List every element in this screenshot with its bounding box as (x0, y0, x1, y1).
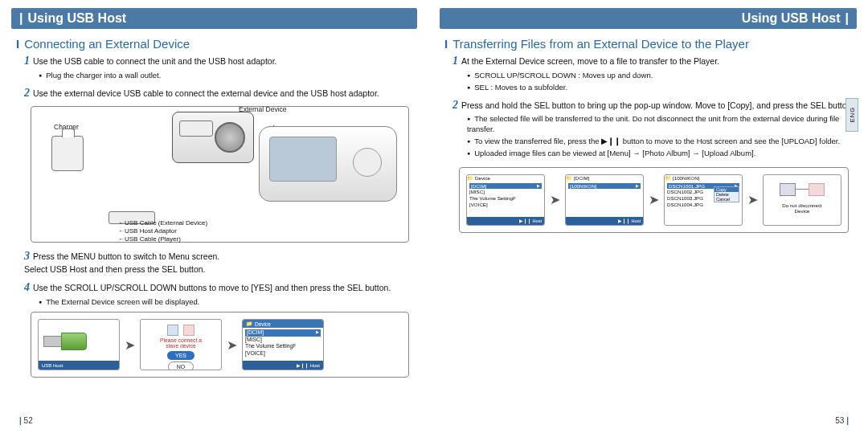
screen-a: 📁Device [DCIM] [MISC] The Volume Setting… (466, 174, 545, 226)
confirm-line2: slave device (141, 343, 221, 349)
screen-menu: USB Host (38, 319, 120, 370)
screen-c: 📁[100NIKON] DSCN1001.JPG DSCN1002.JPG DS… (664, 174, 743, 226)
list-item: [DCIM] (247, 329, 264, 336)
popup-menu: Copy Delete Cancel (714, 186, 739, 202)
legend-cable-ext: USB Cable (External Device) (118, 219, 207, 227)
player-icon (259, 126, 397, 202)
screen-confirm: Please connect a slave device YES NO (140, 319, 222, 370)
bullet: Plug the charger into a wall outlet. (39, 71, 417, 81)
no-pill: NO (168, 362, 194, 370)
list-item: The Volume SettingF (469, 195, 542, 202)
list-item: [MISC] (245, 337, 321, 343)
page-left: |Using USB Host IConnecting an External … (11, 8, 417, 427)
warning-line1: Do not disconnect (764, 202, 841, 208)
menu-item-cancel: Cancel (714, 197, 739, 202)
language-tab-text: ENG (849, 107, 856, 122)
list-item: DSCN1001.JPG (669, 183, 705, 190)
connection-diagram: External Device Charger Player USB Cable… (31, 106, 409, 243)
confirm-line1: Please connect a (141, 337, 221, 343)
screen-d: Do not disconnect Device (763, 174, 841, 226)
bullet: SEL : Moves to a subfolder. (467, 83, 857, 93)
steps-right: 1At the External Device screen, move to … (452, 54, 857, 159)
step-4: 4Use the SCROLL UP/SCROLL DOWN buttons t… (24, 280, 417, 308)
bullet: To view the transferred file, press the … (467, 137, 857, 147)
device-mini-icon (167, 325, 178, 336)
screens-row-left: USB Host ➤ Please connect a slave device… (31, 312, 409, 378)
screen-title: Device (475, 175, 490, 181)
header-bar-left: |Using USB Host (11, 8, 417, 29)
list-item: [VOICE] (469, 202, 542, 208)
section-title-left: IConnecting an External Device (16, 37, 417, 51)
list-item: [DCIM] (471, 183, 486, 190)
arrow-icon: ➤ (649, 192, 659, 207)
device-mini-icon (183, 325, 194, 336)
screen-b: 📁[DCIM] [100NIKON] ▶❙❙ Host (565, 174, 644, 226)
list-item: [VOICE] (245, 350, 321, 357)
list-item: [MISC] (469, 189, 542, 195)
legend-cable-player: USB Cable (Player) (118, 235, 207, 243)
device-mini-icon (809, 183, 825, 196)
page-right: Using USB Host| ENG ITransferring Files … (440, 8, 857, 427)
bullet: Uploaded image files can be viewed at [M… (467, 149, 857, 159)
step-text: Press and hold the SEL button to bring u… (461, 100, 854, 110)
list-item: DSCN1004.JPG (667, 202, 739, 208)
step-2: 2Press and hold the SEL button to bring … (452, 98, 857, 159)
screen-title: [DCIM] (574, 175, 589, 181)
arrow-icon: ➤ (747, 192, 758, 207)
step-text: At the External Device screen, move to a… (461, 56, 719, 66)
header-bar-right: Using USB Host| (440, 8, 857, 29)
arrow-icon: ➤ (227, 337, 237, 353)
language-tab: ENG (845, 98, 858, 132)
section-title-text: Connecting an External Device (24, 37, 190, 51)
bullet: SCROLL UP/SCROLL DOWN : Moves up and dow… (467, 71, 857, 81)
section-left: IConnecting an External Device 1Use the … (16, 37, 417, 378)
header-title-right: Using USB Host (742, 11, 841, 26)
usb-plug-icon (43, 329, 92, 352)
legend-host-adaptor: USB Host Adaptor (118, 227, 207, 235)
screen-title: Device (255, 321, 271, 327)
section-title-right: ITransferring Files from an External Dev… (444, 37, 857, 51)
section-title-text: Transferring Files from an External Devi… (452, 37, 749, 51)
header-title-left: Using USB Host (27, 11, 126, 26)
page-number-right: 53 | (835, 416, 849, 425)
page-number-left: | 52 (19, 416, 33, 425)
step-text: Use the external device USB cable to con… (33, 88, 379, 98)
screen-title: [100NIKON] (673, 175, 699, 181)
charger-icon (51, 136, 84, 171)
steps-left-2: 3Press the MENU button to switch to Menu… (24, 249, 417, 308)
bullet: The selected file will be transferred to… (467, 114, 857, 135)
yes-pill: YES (167, 351, 194, 360)
screen-device-list: 📁Device [DCIM] [MISC] The Volume Setting… (242, 319, 324, 370)
arrow-icon: ➤ (125, 337, 135, 353)
screen-bar-text: USB Host (42, 363, 63, 368)
warning-line2: Device (764, 208, 841, 214)
step-2: 2Use the external device USB cable to co… (24, 86, 417, 101)
screen-bar-text: ▶❙❙ Host (519, 219, 542, 223)
step-1: 1Use the USB cable to connect the unit a… (24, 54, 417, 81)
device-mini-icon (780, 183, 796, 196)
list-item: The Volume SettingF (245, 343, 321, 349)
section-right: ITransferring Files from an External Dev… (444, 37, 857, 233)
arrow-icon: ➤ (550, 192, 560, 207)
diagram-legend: USB Cable (External Device) USB Host Ada… (118, 219, 207, 243)
step-text: Use the USB cable to connect the unit an… (33, 56, 277, 66)
two-page-spread: |Using USB Host IConnecting an External … (0, 0, 868, 433)
step-1: 1At the External Device screen, move to … (452, 54, 857, 93)
screen-bar-text: ▶❙❙ Host (618, 219, 641, 223)
list-item: [100NIKON] (570, 183, 596, 190)
link-line (796, 189, 809, 190)
step-3: 3Press the MENU button to switch to Menu… (24, 249, 417, 276)
steps-left: 1Use the USB cable to connect the unit a… (24, 54, 417, 101)
camera-icon (172, 112, 254, 163)
screen-bar-text: ▶❙❙ Host (297, 362, 320, 368)
step-text: Press the MENU button to switch to Menu … (24, 251, 219, 275)
step-text: Use the SCROLL UP/SCROLL DOWN buttons to… (33, 283, 391, 292)
screens-row-right: 📁Device [DCIM] [MISC] The Volume Setting… (459, 167, 849, 233)
bullet: The External Device screen will be displ… (39, 297, 417, 308)
